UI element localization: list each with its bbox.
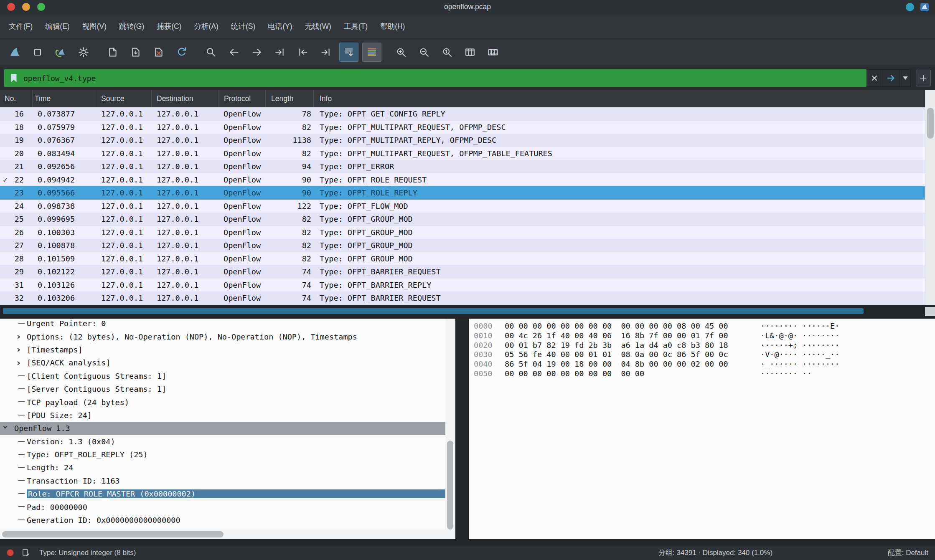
hex-line[interactable]: 002000 01 b7 82 19 fd 2b 3b a6 1a d4 a0 … (474, 341, 935, 350)
save-file-button[interactable] (126, 43, 145, 62)
packet-row[interactable]: 290.102122127.0.0.1127.0.0.1OpenFlow74Ty… (0, 265, 925, 279)
go-back-button[interactable] (224, 43, 244, 62)
display-filter-input[interactable] (23, 74, 862, 83)
menu-item[interactable]: 无线(W) (299, 14, 338, 38)
detail-vertical-scrollbar[interactable] (445, 319, 455, 530)
detail-row[interactable]: ›[Timestamps] (0, 343, 445, 356)
capture-stop-button[interactable] (28, 43, 47, 62)
close-file-button[interactable] (149, 43, 168, 62)
capture-comment-icon[interactable] (21, 548, 30, 557)
go-forward-button[interactable] (247, 43, 267, 62)
packet-row[interactable]: 310.103126127.0.0.1127.0.0.1OpenFlow74Ty… (0, 279, 925, 292)
scrollbar-thumb[interactable] (927, 108, 934, 139)
column-header-info[interactable]: Info (314, 90, 925, 107)
wireshark-logo-icon[interactable] (920, 3, 929, 12)
menu-item[interactable]: 工具(T) (338, 14, 374, 38)
menu-item[interactable]: 电话(Y) (262, 14, 298, 38)
menu-item[interactable]: 捕获(C) (150, 14, 188, 38)
detail-row[interactable]: [PDU Size: 24] (0, 409, 445, 422)
filter-add-button[interactable] (916, 70, 931, 86)
packet-row[interactable]: 22✓0.094942127.0.0.1127.0.0.1OpenFlow90T… (0, 173, 925, 187)
menu-item[interactable]: 跳转(G) (113, 14, 150, 38)
detail-row[interactable]: Transaction ID: 1163 (0, 474, 445, 487)
detail-row[interactable]: Pad: 00000000 (0, 500, 445, 513)
find-packet-button[interactable] (201, 43, 221, 62)
packet-row[interactable]: 160.073877127.0.0.1127.0.0.1OpenFlow78Ty… (0, 107, 925, 121)
capture-options-button[interactable] (74, 43, 93, 62)
packet-row[interactable]: 320.103206127.0.0.1127.0.0.1OpenFlow74Ty… (0, 291, 925, 305)
hex-line[interactable]: 000000 00 00 00 00 00 00 00 00 00 00 00 … (474, 322, 935, 331)
column-header-time[interactable]: Time (33, 90, 96, 107)
packet-row[interactable]: 210.092656127.0.0.1127.0.0.1OpenFlow94Ty… (0, 160, 925, 173)
packet-row[interactable]: 240.098738127.0.0.1127.0.0.1OpenFlow122T… (0, 200, 925, 213)
column-header-protocol[interactable]: Protocol (219, 90, 266, 107)
expander-icon[interactable]: › (0, 422, 14, 435)
detail-row[interactable]: [Server Contiguous Streams: 1] (0, 383, 445, 395)
reload-file-button[interactable] (172, 43, 191, 62)
detail-horizontal-scrollbar[interactable] (0, 530, 455, 539)
filter-dropdown-button[interactable] (900, 69, 911, 87)
detail-row[interactable]: Generation ID: 0x0000000000000000 (0, 514, 445, 527)
menu-item[interactable]: 分析(A) (188, 14, 225, 38)
detail-row[interactable]: Version: 1.3 (0x04) (0, 435, 445, 448)
packet-row[interactable]: 270.100878127.0.0.1127.0.0.1OpenFlow82Ty… (0, 239, 925, 252)
scrollbar-thumb[interactable] (447, 441, 453, 530)
display-filter-field[interactable] (4, 69, 866, 87)
hex-dump[interactable]: 000000 00 00 00 00 00 00 00 00 00 00 00 … (469, 319, 935, 379)
expander-icon[interactable]: › (0, 343, 27, 356)
app-indicator-icon[interactable] (906, 3, 914, 11)
zoom-in-button[interactable] (391, 43, 411, 62)
zoom-out-button[interactable] (414, 43, 434, 62)
hex-line[interactable]: 001000 4c 26 1f 40 00 40 06 16 8b 7f 00 … (474, 331, 935, 341)
packet-row[interactable]: 190.076367127.0.0.1127.0.0.1OpenFlow1138… (0, 134, 925, 147)
packet-row[interactable]: 230.095566127.0.0.1127.0.0.1OpenFlow90Ty… (0, 186, 925, 200)
expert-info-icon[interactable] (7, 549, 14, 556)
hex-line[interactable]: 005000 00 00 00 00 00 00 00 00 00·······… (474, 369, 935, 379)
detail-row[interactable]: ›OpenFlow 1.3 (0, 422, 445, 435)
menu-item[interactable]: 编辑(E) (39, 14, 76, 38)
auto-scroll-button[interactable] (339, 43, 358, 62)
detail-row[interactable]: Urgent Pointer: 0 (0, 319, 445, 330)
menu-item[interactable]: 统计(S) (225, 14, 262, 38)
expander-icon[interactable]: › (0, 330, 27, 343)
go-first-button[interactable] (293, 43, 313, 62)
hex-line[interactable]: 003005 56 fe 40 00 00 01 01 08 0a 00 0c … (474, 350, 935, 360)
go-to-packet-button[interactable] (270, 43, 290, 62)
resize-columns-button[interactable] (460, 43, 480, 62)
go-last-button[interactable] (316, 43, 335, 62)
detail-row[interactable]: ›Options: (12 bytes), No-Operation (NOP)… (0, 330, 445, 343)
menu-item[interactable]: 视图(V) (76, 14, 113, 38)
horizontal-pane-splitter[interactable] (0, 539, 935, 545)
expander-icon[interactable]: › (0, 356, 27, 369)
packet-list-vertical-scrollbar[interactable] (925, 90, 935, 305)
scrollbar-thumb[interactable] (2, 531, 224, 537)
open-file-button[interactable] (103, 43, 122, 62)
column-header-source[interactable]: Source (96, 90, 152, 107)
packet-row[interactable]: 200.083494127.0.0.1127.0.0.1OpenFlow82Ty… (0, 147, 925, 160)
detail-row[interactable]: Role: OFPCR_ROLE_MASTER (0x00000002) (0, 487, 445, 500)
capture-start-button[interactable] (5, 43, 24, 62)
pane-splitter[interactable] (455, 319, 469, 539)
packet-bytes-pane[interactable]: 000000 00 00 00 00 00 00 00 00 00 00 00 … (469, 319, 935, 539)
colorize-button[interactable] (362, 43, 381, 62)
detail-row[interactable]: ›[SEQ/ACK analysis] (0, 356, 445, 369)
number-columns-button[interactable]: 123 (483, 43, 503, 62)
detail-row[interactable]: [Client Contiguous Streams: 1] (0, 370, 445, 383)
filter-clear-button[interactable] (866, 69, 882, 87)
hex-line[interactable]: 004086 5f 04 19 00 18 00 00 04 8b 00 00 … (474, 360, 935, 369)
filter-bookmark-icon[interactable] (8, 73, 19, 84)
packet-row[interactable]: 250.099695127.0.0.1127.0.0.1OpenFlow82Ty… (0, 213, 925, 226)
scrollbar-thumb[interactable] (3, 308, 864, 314)
menu-item[interactable]: 帮助(H) (374, 14, 411, 38)
packet-list-horizontal-scrollbar[interactable] (0, 305, 935, 319)
detail-row[interactable]: Type: OFPT_ROLE_REPLY (25) (0, 448, 445, 461)
zoom-original-button[interactable] (437, 43, 457, 62)
packet-row[interactable]: 280.101509127.0.0.1127.0.0.1OpenFlow82Ty… (0, 252, 925, 266)
column-header-destination[interactable]: Destination (152, 90, 219, 107)
status-profile[interactable]: 配置: Default (888, 548, 928, 557)
filter-apply-button[interactable] (882, 69, 900, 87)
column-header-no[interactable]: No. (0, 90, 33, 107)
menu-item[interactable]: 文件(F) (3, 14, 39, 38)
packet-row[interactable]: 260.100303127.0.0.1127.0.0.1OpenFlow82Ty… (0, 226, 925, 239)
column-header-length[interactable]: Length (266, 90, 314, 107)
